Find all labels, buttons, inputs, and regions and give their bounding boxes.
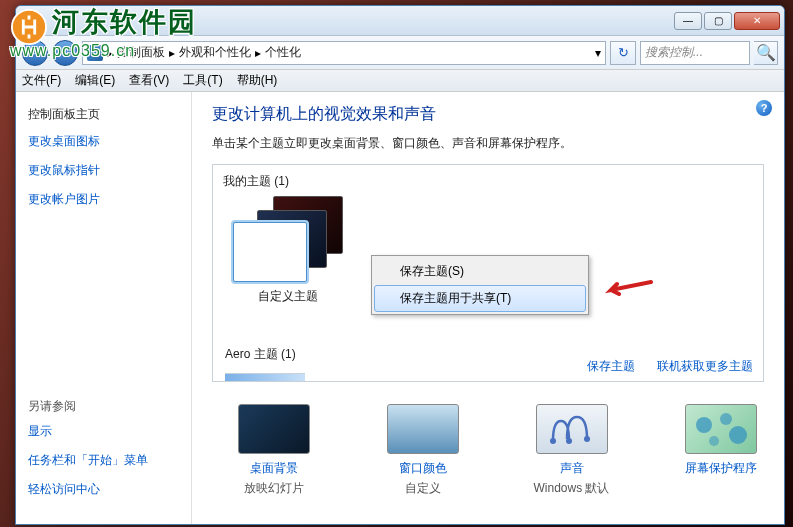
themes-container: 我的主题 (1) 自定义主题 保存主题(S) 保存主题用于共享(T) 保存主题 (212, 164, 764, 382)
theme-thumbnail (233, 196, 343, 282)
category-title[interactable]: 屏幕保护程序 (677, 460, 764, 477)
search-button[interactable]: 🔍 (754, 41, 778, 65)
address-bar: ← → ▸ 控制面板 ▸ 外观和个性化 ▸ 个性化 ▾ ↻ 搜索控制... 🔍 (16, 36, 784, 70)
control-panel-window: — ▢ ✕ ← → ▸ 控制面板 ▸ 外观和个性化 ▸ 个性化 ▾ ↻ 搜索控制… (15, 5, 785, 525)
control-panel-icon (87, 45, 103, 61)
window-titlebar: — ▢ ✕ (16, 6, 784, 36)
page-title: 更改计算机上的视觉效果和声音 (212, 104, 764, 125)
menu-help[interactable]: 帮助(H) (237, 72, 278, 89)
category-subtitle: 放映幻灯片 (230, 480, 317, 497)
menu-bar: 文件(F) 编辑(E) 查看(V) 工具(T) 帮助(H) (16, 70, 784, 92)
svg-point-7 (709, 436, 719, 446)
category-subtitle: Windows 默认 (528, 480, 615, 497)
breadcrumb-dropdown-icon[interactable]: ▾ (595, 46, 601, 60)
nav-heading: 控制面板主页 (28, 106, 179, 123)
menu-file[interactable]: 文件(F) (22, 72, 61, 89)
my-themes-heading: 我的主题 (1) (223, 173, 753, 190)
annotation-arrow-icon (603, 276, 653, 304)
category-desktop-background[interactable]: 桌面背景 放映幻灯片 (230, 404, 317, 497)
page-description: 单击某个主题立即更改桌面背景、窗口颜色、声音和屏幕保护程序。 (212, 135, 764, 152)
content-pane: ? 更改计算机上的视觉效果和声音 单击某个主题立即更改桌面背景、窗口颜色、声音和… (192, 92, 784, 524)
breadcrumb-sep: ▸ (255, 46, 261, 60)
breadcrumb-sep: ▸ (107, 46, 113, 60)
breadcrumb-item[interactable]: 控制面板 (117, 44, 165, 61)
link-change-desktop-icons[interactable]: 更改桌面图标 (28, 133, 179, 150)
svg-point-2 (566, 438, 572, 444)
menu-tools[interactable]: 工具(T) (183, 72, 222, 89)
category-screensaver[interactable]: 屏幕保护程序 (677, 404, 764, 497)
personalization-categories: 桌面背景 放映幻灯片 窗口颜色 自定义 声音 Windows 默认 (230, 404, 764, 497)
link-get-more-themes[interactable]: 联机获取更多主题 (657, 358, 753, 375)
menu-edit[interactable]: 编辑(E) (75, 72, 115, 89)
help-icon[interactable]: ? (756, 100, 772, 116)
search-input[interactable]: 搜索控制... (640, 41, 750, 65)
nav-forward-button[interactable]: → (52, 40, 78, 66)
link-change-mouse-pointer[interactable]: 更改鼠标指针 (28, 162, 179, 179)
breadcrumb-bar[interactable]: ▸ 控制面板 ▸ 外观和个性化 ▸ 个性化 ▾ (82, 41, 606, 65)
menu-item-save-theme-for-sharing[interactable]: 保存主题用于共享(T) (374, 285, 586, 312)
link-save-theme[interactable]: 保存主题 (587, 358, 635, 375)
link-ease-of-access[interactable]: 轻松访问中心 (28, 481, 179, 498)
refresh-button[interactable]: ↻ (610, 41, 636, 65)
theme-name-label: 自定义主题 (223, 288, 353, 305)
category-sounds[interactable]: 声音 Windows 默认 (528, 404, 615, 497)
desktop-background-icon (238, 404, 310, 454)
category-title[interactable]: 桌面背景 (230, 460, 317, 477)
see-also-heading: 另请参阅 (28, 398, 179, 415)
sounds-icon (536, 404, 608, 454)
link-display[interactable]: 显示 (28, 423, 179, 440)
left-navigation: 控制面板主页 更改桌面图标 更改鼠标指针 更改帐户图片 另请参阅 显示 任务栏和… (16, 92, 192, 524)
screensaver-icon (685, 404, 757, 454)
link-taskbar-start[interactable]: 任务栏和「开始」菜单 (28, 452, 179, 469)
minimize-button[interactable]: — (674, 12, 702, 30)
nav-back-button[interactable]: ← (22, 40, 48, 66)
svg-point-4 (696, 417, 712, 433)
close-button[interactable]: ✕ (734, 12, 780, 30)
svg-point-6 (729, 426, 747, 444)
breadcrumb-sep: ▸ (169, 46, 175, 60)
svg-point-3 (584, 436, 590, 442)
theme-action-links: 保存主题 联机获取更多主题 (587, 358, 753, 375)
breadcrumb-item[interactable]: 个性化 (265, 44, 301, 61)
theme-item-custom[interactable]: 自定义主题 (223, 196, 353, 305)
category-title[interactable]: 声音 (528, 460, 615, 477)
breadcrumb-item[interactable]: 外观和个性化 (179, 44, 251, 61)
menu-item-save-theme[interactable]: 保存主题(S) (374, 258, 586, 285)
menu-view[interactable]: 查看(V) (129, 72, 169, 89)
window-color-icon (387, 404, 459, 454)
window-body: 控制面板主页 更改桌面图标 更改鼠标指针 更改帐户图片 另请参阅 显示 任务栏和… (16, 92, 784, 524)
context-menu: 保存主题(S) 保存主题用于共享(T) (371, 255, 589, 315)
maximize-button[interactable]: ▢ (704, 12, 732, 30)
aero-theme-preview[interactable] (225, 373, 305, 381)
aero-themes-heading: Aero 主题 (1) (225, 346, 296, 363)
category-subtitle: 自定义 (379, 480, 466, 497)
category-window-color[interactable]: 窗口颜色 自定义 (379, 404, 466, 497)
category-title[interactable]: 窗口颜色 (379, 460, 466, 477)
svg-point-5 (720, 413, 732, 425)
link-change-account-picture[interactable]: 更改帐户图片 (28, 191, 179, 208)
svg-point-1 (550, 438, 556, 444)
